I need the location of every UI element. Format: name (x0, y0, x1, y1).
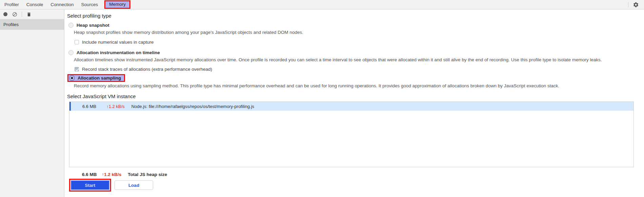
tab-profiler[interactable]: Profiler (1, 0, 23, 9)
profiling-type-heading: Select profiling type (67, 13, 634, 19)
tab-memory[interactable]: Memory (104, 0, 130, 9)
vm-instance-row[interactable]: 6.6 MB ↑1.2 kB/s Node.js: file:///home/r… (69, 102, 633, 111)
include-numerical-values-checkbox[interactable] (75, 40, 79, 44)
vm-instance-list[interactable]: 6.6 MB ↑1.2 kB/s Node.js: file:///home/r… (69, 102, 634, 167)
total-heap-label: Total JS heap size (128, 172, 167, 177)
heap-snapshot-radio[interactable] (68, 23, 74, 28)
start-button-annotation: Start (69, 179, 111, 192)
vm-heap-rate: ↑1.2 kB/s (106, 104, 124, 109)
vm-instance-heading: Select JavaScript VM instance (67, 93, 634, 100)
stack-traces-row: Record stack traces of allocations (extr… (75, 67, 634, 72)
start-button[interactable]: Start (71, 181, 109, 190)
allocation-timeline-description: Allocation timelines show instrumented J… (74, 57, 634, 62)
option-allocation-sampling-annotated: Allocation sampling (67, 74, 125, 82)
allocation-timeline-label[interactable]: Allocation instrumentation on timeline (77, 50, 160, 55)
numeric-values-row: Include numerical values in capture (75, 40, 634, 45)
record-icon[interactable] (3, 12, 8, 17)
toolbar-divider (22, 12, 22, 17)
tab-sources[interactable]: Sources (78, 0, 102, 9)
profiler-toolbar (0, 9, 64, 19)
gear-icon[interactable] (633, 2, 639, 8)
option-heap-snapshot: Heap snapshot (68, 23, 634, 28)
heap-snapshot-description: Heap snapshot profiles show memory distr… (74, 30, 634, 35)
load-button[interactable]: Load (115, 180, 153, 190)
allocation-sampling-description: Record memory allocations using sampling… (74, 83, 634, 88)
clear-icon[interactable] (12, 12, 17, 17)
start-button-focus-ring: Start (70, 180, 110, 191)
allocation-timeline-radio[interactable] (68, 50, 74, 55)
memory-panel: Select profiling type Heap snapshot Heap… (64, 9, 644, 197)
total-heap-size: 6.6 MB (82, 172, 97, 177)
tab-bar: Profiler Console Connection Sources Memo… (0, 0, 644, 9)
vm-instance-name: Node.js: file:///home/rafaelgss/repos/os… (131, 104, 254, 109)
sidebar: Profiles (0, 9, 64, 197)
tab-connection[interactable]: Connection (47, 0, 77, 9)
tabbar-right (628, 2, 644, 8)
tab-console[interactable]: Console (23, 0, 47, 9)
sidebar-item-profiles[interactable]: Profiles (0, 19, 64, 30)
record-stack-traces-label[interactable]: Record stack traces of allocations (extr… (82, 67, 212, 72)
allocation-sampling-radio[interactable] (69, 75, 75, 81)
record-stack-traces-checkbox[interactable] (75, 67, 79, 71)
option-allocation-timeline: Allocation instrumentation on timeline (68, 50, 634, 55)
action-buttons: Start Load (69, 179, 634, 192)
heap-snapshot-label[interactable]: Heap snapshot (77, 23, 109, 28)
tabbar-divider (628, 2, 628, 7)
total-heap-rate: ↑1.2 kB/s (102, 172, 122, 177)
heap-total-footer: 6.6 MB ↑1.2 kB/s Total JS heap size (82, 172, 634, 177)
include-numerical-values-label[interactable]: Include numerical values in capture (82, 40, 154, 45)
trash-icon[interactable] (26, 12, 32, 17)
allocation-sampling-label[interactable]: Allocation sampling (78, 75, 121, 81)
vm-heap-size: 6.6 MB (82, 104, 96, 109)
